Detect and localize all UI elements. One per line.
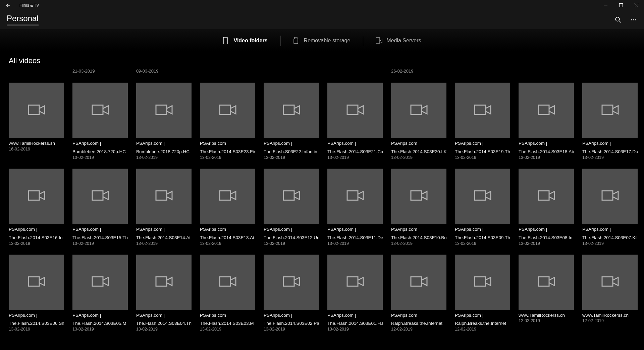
svg-rect-12 — [220, 105, 230, 115]
video-item[interactable]: PSArips.com |The.Flash.2014.S03E23.Fin13… — [200, 83, 255, 160]
video-item[interactable]: PSArips.com |The.Flash.2014.S03E10.Bo13-… — [391, 169, 446, 246]
video-placeholder-icon — [283, 275, 300, 289]
video-item[interactable]: PSArips.com |The.Flash.2014.S03E07.Kil13… — [582, 169, 638, 246]
date-group-header[interactable] — [455, 68, 510, 74]
video-item[interactable]: PSArips.com |The.Flash.2014.S03E01.Fla13… — [327, 255, 383, 332]
video-placeholder-icon — [346, 275, 364, 289]
video-thumbnail[interactable] — [455, 83, 510, 138]
video-item[interactable]: PSArips.com |The.Flash.2014.S03E18.Ab13-… — [519, 83, 574, 160]
video-thumbnail[interactable] — [136, 255, 192, 310]
video-thumbnail[interactable] — [72, 169, 128, 224]
video-item[interactable]: PSArips.com |The.Flash.S03E22.Infantin13… — [264, 83, 319, 160]
app-name: Films & TV — [19, 3, 39, 8]
video-thumbnail[interactable] — [519, 83, 574, 138]
video-thumbnail[interactable] — [327, 169, 383, 224]
video-item[interactable]: PSArips.com |The.Flash.2014.S03E12.Un13-… — [264, 169, 319, 246]
back-arrow-icon — [5, 3, 10, 8]
video-date: 13-02-2019 — [455, 241, 510, 246]
svg-rect-8 — [376, 38, 380, 43]
video-thumbnail[interactable] — [200, 255, 255, 310]
video-item[interactable]: PSArips.com |The.Flash.2014.S03E15.Th13-… — [72, 169, 128, 246]
video-thumbnail[interactable] — [327, 83, 383, 138]
video-item[interactable]: PSArips.com |The.Flash.2014.S03E03.M13-0… — [200, 255, 255, 332]
video-thumbnail[interactable] — [582, 255, 638, 310]
video-title-line2: The.Flash.2014.S03E18.Ab — [519, 149, 574, 155]
video-placeholder-icon — [155, 189, 173, 203]
video-item[interactable]: PSArips.com |The.Flash.2014.S03E04.Th13-… — [136, 255, 192, 332]
tab-media-servers[interactable]: Media Servers — [363, 34, 434, 48]
video-item[interactable]: PSArips.com |Bumblebee.2018.720p.HC13-02… — [136, 83, 192, 160]
video-item[interactable]: PSArips.com |The.Flash.2014.S03E02.Pa13-… — [264, 255, 319, 332]
video-thumbnail[interactable] — [455, 169, 510, 224]
video-item[interactable]: www.TamilRockerss.ch12-02-2019 — [519, 255, 574, 332]
date-group-header[interactable] — [264, 68, 319, 74]
video-thumbnail[interactable] — [327, 255, 383, 310]
video-item[interactable]: PSArips.com |The.Flash.2014.S03E17.Du13-… — [582, 83, 638, 160]
video-thumbnail[interactable] — [455, 255, 510, 310]
tab-video-folders[interactable]: Video folders — [210, 34, 280, 48]
more-button[interactable] — [630, 16, 637, 24]
video-item[interactable]: www.TamilRockerss.sh16-02-2019 — [9, 83, 64, 160]
video-item[interactable]: PSArips.com |The.Flash.2014.S03E08.In13-… — [519, 169, 574, 246]
video-thumbnail[interactable] — [136, 169, 192, 224]
video-thumbnail[interactable] — [391, 83, 446, 138]
date-group-header[interactable] — [519, 68, 574, 74]
video-item[interactable]: PSArips.com |The.Flash.2014.S03E06.Sh13-… — [9, 255, 64, 332]
video-thumbnail[interactable] — [391, 255, 446, 310]
video-thumbnail[interactable] — [9, 255, 64, 310]
video-item[interactable]: PSArips.com |The.Flash.2014.S03E14.At13-… — [136, 169, 192, 246]
header-actions — [614, 16, 637, 24]
svg-rect-33 — [283, 277, 294, 286]
date-group-header[interactable] — [582, 68, 638, 74]
date-group-header[interactable]: 09-03-2019 — [136, 68, 192, 74]
video-thumbnail[interactable] — [582, 83, 638, 138]
video-item[interactable]: PSArips.com |The.Flash.2014.S03E21.Ca13-… — [327, 83, 383, 160]
video-thumbnail[interactable] — [264, 255, 319, 310]
video-title-line1: PSArips.com | — [200, 227, 255, 232]
video-thumbnail[interactable] — [582, 169, 638, 224]
close-icon — [635, 3, 638, 7]
content-area[interactable]: All videos 21-03-201909-03-201926-02-201… — [0, 52, 644, 350]
date-group-header[interactable] — [200, 68, 255, 74]
video-thumbnail[interactable] — [136, 83, 192, 138]
video-item[interactable]: PSArips.com |Ralph.Breaks.the.Internet12… — [455, 255, 510, 332]
video-item[interactable]: PSArips.com |The.Flash.2014.S03E09.Th13-… — [455, 169, 510, 246]
video-thumbnail[interactable] — [264, 83, 319, 138]
video-item[interactable]: www.TamilRockerss.ch12-02-2019 — [582, 255, 638, 332]
date-group-header[interactable] — [327, 68, 383, 74]
maximize-button[interactable] — [613, 0, 629, 10]
video-thumbnail[interactable] — [519, 169, 574, 224]
video-thumbnail[interactable] — [391, 169, 446, 224]
date-group-header[interactable]: 21-03-2019 — [72, 68, 128, 74]
video-item[interactable]: PSArips.com |Bumblebee.2018.720p.HC13-02… — [72, 83, 128, 160]
search-button[interactable] — [614, 16, 622, 24]
video-thumbnail[interactable] — [200, 169, 255, 224]
date-group-header[interactable] — [9, 68, 64, 74]
video-thumbnail[interactable] — [72, 83, 128, 138]
video-placeholder-icon — [155, 104, 173, 117]
page-title[interactable]: Personal — [7, 14, 39, 26]
video-item[interactable]: PSArips.com |The.Flash.2014.S03E19.Th13-… — [455, 83, 510, 160]
video-thumbnail[interactable] — [264, 169, 319, 224]
video-thumbnail[interactable] — [200, 83, 255, 138]
video-date: 13-02-2019 — [136, 241, 192, 246]
video-item[interactable]: PSArips.com |The.Flash.2014.S03E16.In13-… — [9, 169, 64, 246]
video-thumbnail[interactable] — [9, 169, 64, 224]
video-item[interactable]: PSArips.com |The.Flash.2014.S03E11.De13-… — [327, 169, 383, 246]
tab-removable-storage[interactable]: Removable storage — [280, 34, 363, 48]
video-title-line1: PSArips.com | — [455, 313, 510, 318]
video-item[interactable]: PSArips.com |The.Flash.2014.S03E13.At13-… — [200, 169, 255, 246]
video-item[interactable]: PSArips.com |The.Flash.2014.S03E05.M13-0… — [72, 255, 128, 332]
back-button[interactable] — [1, 0, 14, 10]
close-button[interactable] — [629, 0, 644, 10]
video-item[interactable]: PSArips.com |The.Flash.2014.S03E20.I.K13… — [391, 83, 446, 160]
video-date: 13-02-2019 — [264, 155, 319, 160]
video-placeholder-icon — [346, 104, 364, 117]
video-item[interactable]: PSArips.com |Ralph.Breaks.the.Internet12… — [391, 255, 446, 332]
minimize-button[interactable] — [598, 0, 613, 10]
video-title-line1: PSArips.com | — [582, 141, 638, 146]
video-thumbnail[interactable] — [9, 83, 64, 138]
date-group-header[interactable]: 26-02-2019 — [391, 68, 446, 74]
video-thumbnail[interactable] — [519, 255, 574, 310]
video-thumbnail[interactable] — [72, 255, 128, 310]
